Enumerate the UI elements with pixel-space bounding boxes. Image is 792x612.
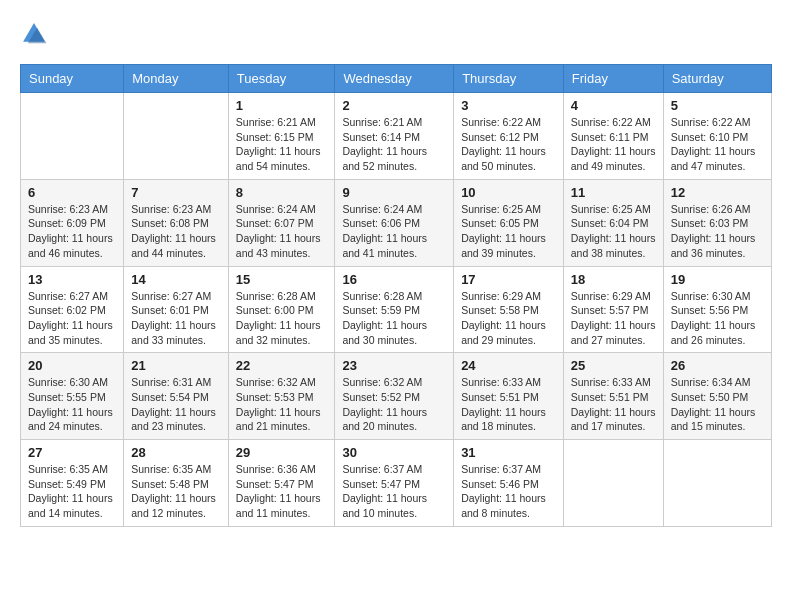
- calendar-week-row: 13Sunrise: 6:27 AMSunset: 6:02 PMDayligh…: [21, 266, 772, 353]
- day-info: Sunrise: 6:28 AMSunset: 5:59 PMDaylight:…: [342, 289, 446, 348]
- day-number: 25: [571, 358, 656, 373]
- day-info: Sunrise: 6:21 AMSunset: 6:14 PMDaylight:…: [342, 115, 446, 174]
- calendar-cell: 31Sunrise: 6:37 AMSunset: 5:46 PMDayligh…: [454, 440, 564, 527]
- day-info: Sunrise: 6:30 AMSunset: 5:55 PMDaylight:…: [28, 375, 116, 434]
- day-number: 26: [671, 358, 764, 373]
- calendar-cell: 11Sunrise: 6:25 AMSunset: 6:04 PMDayligh…: [563, 179, 663, 266]
- calendar-cell: 18Sunrise: 6:29 AMSunset: 5:57 PMDayligh…: [563, 266, 663, 353]
- calendar-cell: 4Sunrise: 6:22 AMSunset: 6:11 PMDaylight…: [563, 93, 663, 180]
- day-header-sunday: Sunday: [21, 65, 124, 93]
- day-number: 31: [461, 445, 556, 460]
- day-header-tuesday: Tuesday: [228, 65, 335, 93]
- calendar-cell: 25Sunrise: 6:33 AMSunset: 5:51 PMDayligh…: [563, 353, 663, 440]
- day-info: Sunrise: 6:32 AMSunset: 5:53 PMDaylight:…: [236, 375, 328, 434]
- day-number: 29: [236, 445, 328, 460]
- calendar-week-row: 1Sunrise: 6:21 AMSunset: 6:15 PMDaylight…: [21, 93, 772, 180]
- day-info: Sunrise: 6:21 AMSunset: 6:15 PMDaylight:…: [236, 115, 328, 174]
- calendar-cell: 3Sunrise: 6:22 AMSunset: 6:12 PMDaylight…: [454, 93, 564, 180]
- day-info: Sunrise: 6:29 AMSunset: 5:58 PMDaylight:…: [461, 289, 556, 348]
- day-info: Sunrise: 6:24 AMSunset: 6:07 PMDaylight:…: [236, 202, 328, 261]
- day-info: Sunrise: 6:24 AMSunset: 6:06 PMDaylight:…: [342, 202, 446, 261]
- calendar-cell: 27Sunrise: 6:35 AMSunset: 5:49 PMDayligh…: [21, 440, 124, 527]
- day-number: 8: [236, 185, 328, 200]
- day-number: 14: [131, 272, 221, 287]
- day-info: Sunrise: 6:28 AMSunset: 6:00 PMDaylight:…: [236, 289, 328, 348]
- day-info: Sunrise: 6:27 AMSunset: 6:01 PMDaylight:…: [131, 289, 221, 348]
- day-info: Sunrise: 6:26 AMSunset: 6:03 PMDaylight:…: [671, 202, 764, 261]
- day-number: 17: [461, 272, 556, 287]
- calendar-cell: 22Sunrise: 6:32 AMSunset: 5:53 PMDayligh…: [228, 353, 335, 440]
- calendar-cell: 29Sunrise: 6:36 AMSunset: 5:47 PMDayligh…: [228, 440, 335, 527]
- day-number: 24: [461, 358, 556, 373]
- day-number: 9: [342, 185, 446, 200]
- calendar-cell: [663, 440, 771, 527]
- calendar-cell: 28Sunrise: 6:35 AMSunset: 5:48 PMDayligh…: [124, 440, 229, 527]
- day-info: Sunrise: 6:29 AMSunset: 5:57 PMDaylight:…: [571, 289, 656, 348]
- calendar-cell: 19Sunrise: 6:30 AMSunset: 5:56 PMDayligh…: [663, 266, 771, 353]
- day-header-wednesday: Wednesday: [335, 65, 454, 93]
- day-info: Sunrise: 6:22 AMSunset: 6:11 PMDaylight:…: [571, 115, 656, 174]
- day-number: 12: [671, 185, 764, 200]
- day-number: 5: [671, 98, 764, 113]
- day-info: Sunrise: 6:33 AMSunset: 5:51 PMDaylight:…: [571, 375, 656, 434]
- calendar-cell: 14Sunrise: 6:27 AMSunset: 6:01 PMDayligh…: [124, 266, 229, 353]
- day-number: 2: [342, 98, 446, 113]
- day-number: 15: [236, 272, 328, 287]
- day-info: Sunrise: 6:23 AMSunset: 6:08 PMDaylight:…: [131, 202, 221, 261]
- calendar-cell: [563, 440, 663, 527]
- calendar-cell: 16Sunrise: 6:28 AMSunset: 5:59 PMDayligh…: [335, 266, 454, 353]
- calendar-cell: [21, 93, 124, 180]
- calendar-cell: [124, 93, 229, 180]
- day-info: Sunrise: 6:32 AMSunset: 5:52 PMDaylight:…: [342, 375, 446, 434]
- day-number: 13: [28, 272, 116, 287]
- day-header-saturday: Saturday: [663, 65, 771, 93]
- calendar-cell: 20Sunrise: 6:30 AMSunset: 5:55 PMDayligh…: [21, 353, 124, 440]
- day-number: 18: [571, 272, 656, 287]
- day-info: Sunrise: 6:35 AMSunset: 5:49 PMDaylight:…: [28, 462, 116, 521]
- calendar-cell: 6Sunrise: 6:23 AMSunset: 6:09 PMDaylight…: [21, 179, 124, 266]
- calendar-table: SundayMondayTuesdayWednesdayThursdayFrid…: [20, 64, 772, 527]
- day-number: 27: [28, 445, 116, 460]
- day-number: 28: [131, 445, 221, 460]
- logo-icon: [20, 20, 48, 48]
- calendar-header-row: SundayMondayTuesdayWednesdayThursdayFrid…: [21, 65, 772, 93]
- day-number: 6: [28, 185, 116, 200]
- calendar-cell: 13Sunrise: 6:27 AMSunset: 6:02 PMDayligh…: [21, 266, 124, 353]
- day-number: 11: [571, 185, 656, 200]
- calendar-cell: 8Sunrise: 6:24 AMSunset: 6:07 PMDaylight…: [228, 179, 335, 266]
- day-number: 21: [131, 358, 221, 373]
- day-header-thursday: Thursday: [454, 65, 564, 93]
- day-info: Sunrise: 6:30 AMSunset: 5:56 PMDaylight:…: [671, 289, 764, 348]
- day-info: Sunrise: 6:33 AMSunset: 5:51 PMDaylight:…: [461, 375, 556, 434]
- calendar-week-row: 20Sunrise: 6:30 AMSunset: 5:55 PMDayligh…: [21, 353, 772, 440]
- day-info: Sunrise: 6:22 AMSunset: 6:10 PMDaylight:…: [671, 115, 764, 174]
- page-header: [20, 20, 772, 48]
- day-number: 4: [571, 98, 656, 113]
- calendar-cell: 10Sunrise: 6:25 AMSunset: 6:05 PMDayligh…: [454, 179, 564, 266]
- day-info: Sunrise: 6:35 AMSunset: 5:48 PMDaylight:…: [131, 462, 221, 521]
- calendar-cell: 21Sunrise: 6:31 AMSunset: 5:54 PMDayligh…: [124, 353, 229, 440]
- calendar-cell: 7Sunrise: 6:23 AMSunset: 6:08 PMDaylight…: [124, 179, 229, 266]
- calendar-cell: 23Sunrise: 6:32 AMSunset: 5:52 PMDayligh…: [335, 353, 454, 440]
- calendar-cell: 26Sunrise: 6:34 AMSunset: 5:50 PMDayligh…: [663, 353, 771, 440]
- day-number: 30: [342, 445, 446, 460]
- day-number: 10: [461, 185, 556, 200]
- day-info: Sunrise: 6:36 AMSunset: 5:47 PMDaylight:…: [236, 462, 328, 521]
- calendar-cell: 17Sunrise: 6:29 AMSunset: 5:58 PMDayligh…: [454, 266, 564, 353]
- calendar-cell: 15Sunrise: 6:28 AMSunset: 6:00 PMDayligh…: [228, 266, 335, 353]
- day-info: Sunrise: 6:27 AMSunset: 6:02 PMDaylight:…: [28, 289, 116, 348]
- day-info: Sunrise: 6:31 AMSunset: 5:54 PMDaylight:…: [131, 375, 221, 434]
- calendar-cell: 1Sunrise: 6:21 AMSunset: 6:15 PMDaylight…: [228, 93, 335, 180]
- calendar-week-row: 6Sunrise: 6:23 AMSunset: 6:09 PMDaylight…: [21, 179, 772, 266]
- day-info: Sunrise: 6:22 AMSunset: 6:12 PMDaylight:…: [461, 115, 556, 174]
- logo: [20, 20, 52, 48]
- day-info: Sunrise: 6:37 AMSunset: 5:46 PMDaylight:…: [461, 462, 556, 521]
- calendar-cell: 2Sunrise: 6:21 AMSunset: 6:14 PMDaylight…: [335, 93, 454, 180]
- calendar-cell: 5Sunrise: 6:22 AMSunset: 6:10 PMDaylight…: [663, 93, 771, 180]
- calendar-cell: 24Sunrise: 6:33 AMSunset: 5:51 PMDayligh…: [454, 353, 564, 440]
- day-info: Sunrise: 6:25 AMSunset: 6:05 PMDaylight:…: [461, 202, 556, 261]
- day-info: Sunrise: 6:34 AMSunset: 5:50 PMDaylight:…: [671, 375, 764, 434]
- calendar-week-row: 27Sunrise: 6:35 AMSunset: 5:49 PMDayligh…: [21, 440, 772, 527]
- day-info: Sunrise: 6:25 AMSunset: 6:04 PMDaylight:…: [571, 202, 656, 261]
- day-number: 22: [236, 358, 328, 373]
